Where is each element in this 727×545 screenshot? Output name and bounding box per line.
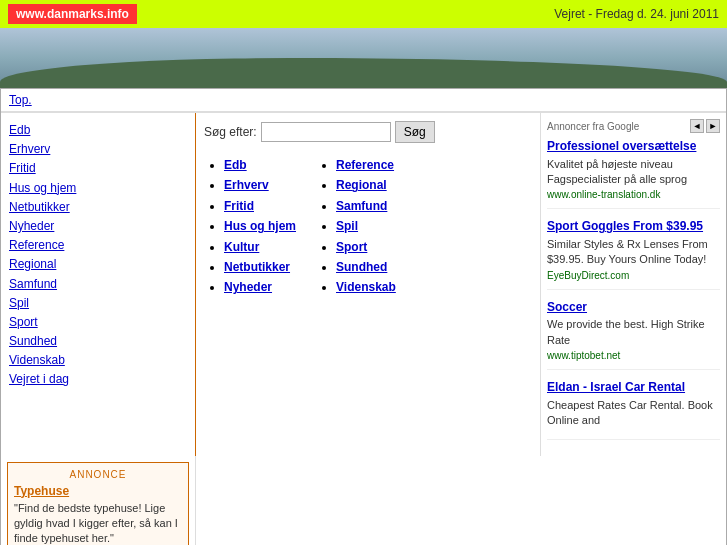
ad-title-1[interactable]: Sport Goggles From $39.95 — [547, 219, 720, 235]
annonce-title-0[interactable]: Typehuse — [14, 484, 182, 498]
sidebar-link-videnskab[interactable]: Videnskab — [9, 351, 187, 370]
google-nav-prev[interactable]: ◄ — [690, 119, 704, 133]
search-bar: Søg efter: Søg — [204, 121, 532, 143]
sidebar-link-nyheder[interactable]: Nyheder — [9, 217, 187, 236]
top-link[interactable]: Top. — [1, 89, 726, 112]
col1-link-nyheder[interactable]: Nyheder — [224, 280, 272, 294]
ad-desc-1: Similar Styles & Rx Lenses From $39.95. … — [547, 237, 720, 268]
weather-text: Vejret - Fredag d. 24. juni 2011 — [554, 7, 719, 21]
annonce-header-0: ANNONCE — [14, 469, 182, 480]
left-sidebar: EdbErhvervFritidHus og hjemNetbutikkerNy… — [1, 113, 196, 456]
col2-link-reference[interactable]: Reference — [336, 158, 394, 172]
google-ads-label: Annoncer fra Google — [547, 121, 639, 132]
ad-block-1: Sport Goggles From $39.95Similar Styles … — [547, 219, 720, 289]
sidebar-link-erhverv[interactable]: Erhverv — [9, 140, 187, 159]
ad-url-0: www.online-translation.dk — [547, 189, 720, 200]
sidebar-link-regional[interactable]: Regional — [9, 255, 187, 274]
search-button[interactable]: Søg — [395, 121, 435, 143]
middle-content: Søg efter: Søg EdbErhvervFritidHus og hj… — [196, 113, 541, 456]
col2-list: ReferenceRegionalSamfundSpilSportSundhed… — [316, 155, 396, 298]
col1-link-edb[interactable]: Edb — [224, 158, 247, 172]
col1-link-fritid[interactable]: Fritid — [224, 199, 254, 213]
col2-link-samfund[interactable]: Samfund — [336, 199, 387, 213]
ads-list: Professionel oversættelseKvalitet på høj… — [547, 139, 720, 440]
sidebar-link-netbutikker[interactable]: Netbutikker — [9, 198, 187, 217]
ad-url-1: EyeBuyDirect.com — [547, 270, 720, 281]
annonce-panels: ANNONCETypehuse"Find de bedste typehuse!… — [1, 462, 195, 546]
sidebar-link-spil[interactable]: Spil — [9, 294, 187, 313]
sidebar-link-sundhed[interactable]: Sundhed — [9, 332, 187, 351]
sidebar-link-edb[interactable]: Edb — [9, 121, 187, 140]
sidebar-links: EdbErhvervFritidHus og hjemNetbutikkerNy… — [9, 121, 187, 390]
logo-button[interactable]: www.danmarks.info — [8, 4, 137, 24]
ad-title-3[interactable]: Eldan - Israel Car Rental — [547, 380, 720, 396]
main-container: Top. EdbErhvervFritidHus og hjemNetbutik… — [0, 88, 727, 545]
google-ads-header: Annoncer fra Google ◄ ► — [547, 119, 720, 133]
sidebar-link-hus-og-hjem[interactable]: Hus og hjem — [9, 179, 187, 198]
ad-block-0: Professionel oversættelseKvalitet på høj… — [547, 139, 720, 209]
annonce-desc-0: "Find de bedste typehuse! Lige gyldig hv… — [14, 501, 182, 546]
col1-list: EdbErhvervFritidHus og hjemKulturNetbuti… — [204, 155, 296, 298]
ad-desc-3: Cheapest Rates Car Rental. Book Online a… — [547, 398, 720, 429]
sidebar-link-samfund[interactable]: Samfund — [9, 275, 187, 294]
search-label: Søg efter: — [204, 125, 257, 139]
content-area: EdbErhvervFritidHus og hjemNetbutikkerNy… — [1, 112, 726, 456]
links-columns: EdbErhvervFritidHus og hjemKulturNetbuti… — [204, 155, 532, 298]
col2-link-sundhed[interactable]: Sundhed — [336, 260, 387, 274]
hero-landscape — [0, 58, 727, 88]
col1-link-netbutikker[interactable]: Netbutikker — [224, 260, 290, 274]
links-column-2: ReferenceRegionalSamfundSpilSportSundhed… — [316, 155, 396, 298]
search-input[interactable] — [261, 122, 391, 142]
sidebar-link-vejret-i-dag[interactable]: Vejret i dag — [9, 370, 187, 389]
ad-url-2: www.tiptobet.net — [547, 350, 720, 361]
links-column-1: EdbErhvervFritidHus og hjemKulturNetbuti… — [204, 155, 296, 298]
col2-link-sport[interactable]: Sport — [336, 240, 367, 254]
col1-link-hus-og-hjem[interactable]: Hus og hjem — [224, 219, 296, 233]
col1-link-erhverv[interactable]: Erhverv — [224, 178, 269, 192]
right-sidebar: Annoncer fra Google ◄ ► Professionel ove… — [541, 113, 726, 456]
ad-block-2: SoccerWe provide the best. High Strike R… — [547, 300, 720, 370]
hero-image — [0, 28, 727, 88]
sidebar-link-fritid[interactable]: Fritid — [9, 159, 187, 178]
ad-title-2[interactable]: Soccer — [547, 300, 720, 316]
bottom-left: ANNONCETypehuse"Find de bedste typehuse!… — [1, 456, 196, 546]
col2-link-videnskab[interactable]: Videnskab — [336, 280, 396, 294]
col2-link-regional[interactable]: Regional — [336, 178, 387, 192]
col1-link-kultur[interactable]: Kultur — [224, 240, 259, 254]
bottom-area: ANNONCETypehuse"Find de bedste typehuse!… — [1, 456, 726, 546]
ad-desc-0: Kvalitet på højeste niveau Fagspecialist… — [547, 157, 720, 188]
ad-block-3: Eldan - Israel Car RentalCheapest Rates … — [547, 380, 720, 439]
header: www.danmarks.info Vejret - Fredag d. 24.… — [0, 0, 727, 28]
annonce-panel-0: ANNONCETypehuse"Find de bedste typehuse!… — [7, 462, 189, 546]
google-nav: ◄ ► — [690, 119, 720, 133]
google-nav-next[interactable]: ► — [706, 119, 720, 133]
sidebar-link-sport[interactable]: Sport — [9, 313, 187, 332]
ad-desc-2: We provide the best. High Strike Rate — [547, 317, 720, 348]
ad-title-0[interactable]: Professionel oversættelse — [547, 139, 720, 155]
sidebar-link-reference[interactable]: Reference — [9, 236, 187, 255]
col2-link-spil[interactable]: Spil — [336, 219, 358, 233]
